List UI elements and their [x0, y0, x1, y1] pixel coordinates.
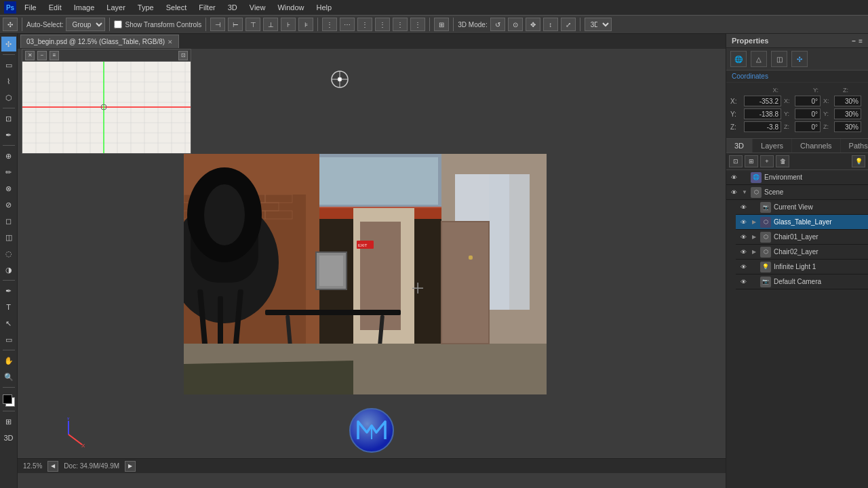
- grid-close-btn[interactable]: ✕: [25, 51, 35, 60]
- tab-close-btn[interactable]: ✕: [167, 39, 173, 45]
- menu-select[interactable]: Select: [161, 2, 193, 13]
- menu-image[interactable]: Image: [68, 2, 100, 13]
- dist-bottom-btn[interactable]: ⋮: [410, 18, 425, 31]
- visibility-icon-view[interactable]: 👁: [738, 203, 748, 212]
- layer-item-chair01[interactable]: 👁 ▶ ⬡ Chair01_Layer: [736, 230, 868, 245]
- tab-3d[interactable]: 3D: [726, 139, 753, 152]
- gradient-tool[interactable]: ◫: [1, 230, 16, 245]
- align-right-btn[interactable]: ⊤: [245, 18, 260, 31]
- layer-item-environment[interactable]: 👁 🌐 Environment: [726, 170, 868, 185]
- layer-item-default-camera[interactable]: 👁 📷 Default Camera: [736, 274, 868, 289]
- scene-view[interactable]: EXIT: [184, 154, 547, 394]
- dist-middle-btn[interactable]: ⋮: [393, 18, 408, 31]
- marquee-tool[interactable]: ▭: [1, 58, 16, 73]
- x-scale-input[interactable]: [834, 96, 861, 106]
- coord-icon-mesh[interactable]: △: [751, 51, 767, 67]
- move-tool[interactable]: ✣: [1, 37, 16, 52]
- eyedropper-tool[interactable]: ✒: [1, 127, 16, 142]
- auto-select-dropdown[interactable]: Group Layer: [66, 18, 105, 31]
- dist-left-btn[interactable]: ⋮: [322, 18, 337, 31]
- align-bottom-btn[interactable]: ⊧: [298, 18, 313, 31]
- visibility-icon-scene[interactable]: 👁: [729, 188, 738, 197]
- grid-minimize-btn[interactable]: −: [37, 51, 47, 60]
- dodge-tool[interactable]: ◑: [1, 262, 16, 277]
- layer-item-glass-table[interactable]: 👁 ▶ ⬡ Glass_Table_Layer: [736, 215, 868, 230]
- coord-icon-coords[interactable]: ✣: [791, 51, 808, 67]
- menu-layer[interactable]: Layer: [101, 2, 131, 13]
- y-position-input[interactable]: [744, 108, 781, 119]
- new-layer-btn[interactable]: +: [760, 155, 774, 167]
- 3d-scale-btn[interactable]: ⤢: [561, 18, 576, 31]
- clone-stamp-tool[interactable]: ⊗: [1, 181, 16, 196]
- layer-item-infinite-light[interactable]: 👁 💡 Infinite Light 1: [736, 260, 868, 274]
- grid-expand-btn[interactable]: ⊡: [178, 51, 188, 60]
- grid-menu-btn[interactable]: ≡: [50, 51, 59, 60]
- 3d-mode-tool[interactable]: 3D: [1, 430, 16, 445]
- coordinates-tab[interactable]: Coordinates: [726, 70, 868, 83]
- z-position-input[interactable]: [744, 121, 781, 132]
- next-btn[interactable]: ▶: [125, 461, 136, 472]
- canvas-area[interactable]: 03_begin.psd @ 12.5% (Glass_Table, RGB/8…: [18, 34, 726, 488]
- eraser-tool[interactable]: ◻: [1, 214, 16, 228]
- coord-icon-env[interactable]: 🌐: [730, 51, 747, 67]
- filter-btn[interactable]: ⊡: [729, 155, 743, 167]
- tab-layers[interactable]: Layers: [753, 139, 792, 152]
- 3d-pan-btn[interactable]: ✥: [526, 18, 540, 31]
- lasso-tool[interactable]: ⌇: [1, 74, 16, 89]
- menu-edit[interactable]: Edit: [43, 2, 67, 13]
- screen-mode-btn[interactable]: ⊞: [1, 414, 16, 429]
- color-swatches[interactable]: [1, 393, 16, 408]
- properties-menu-btn[interactable]: ≡: [859, 37, 863, 45]
- blur-tool[interactable]: ◌: [1, 246, 16, 261]
- healing-brush-tool[interactable]: ⊕: [1, 148, 16, 163]
- align-center-h-btn[interactable]: ⊢: [228, 18, 243, 31]
- align-center-v-btn[interactable]: ⊦: [281, 18, 296, 31]
- compass-icon[interactable]: [330, 69, 350, 89]
- tab-paths[interactable]: Paths: [841, 139, 868, 152]
- document-tab[interactable]: 03_begin.psd @ 12.5% (Glass_Table, RGB/8…: [20, 35, 179, 48]
- expand-chair01[interactable]: ▶: [751, 232, 757, 242]
- tab-channels[interactable]: Channels: [792, 139, 840, 152]
- menu-filter[interactable]: Filter: [193, 2, 220, 13]
- expand-chair02[interactable]: ▶: [751, 247, 757, 257]
- menu-type[interactable]: Type: [132, 2, 159, 13]
- move-tool-btn[interactable]: ✣: [3, 18, 18, 31]
- properties-collapse-btn[interactable]: −: [852, 37, 856, 45]
- layer-item-current-view[interactable]: 👁 📷 Current View: [736, 200, 868, 215]
- light-btn[interactable]: 💡: [852, 155, 865, 167]
- layer-item-scene[interactable]: 👁 ▼ ⬡ Scene: [726, 185, 868, 200]
- crop-tool[interactable]: ⊡: [1, 111, 16, 126]
- 3d-mode-dropdown[interactable]: 3D: [585, 18, 612, 31]
- delete-btn[interactable]: 🗑: [776, 155, 789, 167]
- dist-center-btn[interactable]: ⋯: [340, 18, 355, 31]
- menu-3d[interactable]: 3D: [222, 2, 243, 13]
- layer-item-chair02[interactable]: 👁 ▶ ⬡ Chair02_Layer: [736, 245, 868, 260]
- x-position-input[interactable]: [744, 96, 781, 106]
- history-brush-tool[interactable]: ⊘: [1, 197, 16, 212]
- coord-icon-deform[interactable]: ◫: [771, 51, 787, 67]
- visibility-icon-env[interactable]: 👁: [729, 173, 738, 182]
- visibility-icon-camera[interactable]: 👁: [738, 277, 748, 287]
- menu-window[interactable]: Window: [272, 2, 309, 13]
- z-scale-input[interactable]: [834, 121, 861, 132]
- menu-view[interactable]: View: [244, 2, 271, 13]
- y-rotation-input[interactable]: [795, 108, 821, 119]
- align-top-btn[interactable]: ⊥: [263, 18, 278, 31]
- type-tool[interactable]: T: [1, 300, 16, 314]
- brush-tool[interactable]: ✏: [1, 165, 16, 180]
- 3d-slide-btn[interactable]: ↕: [543, 18, 558, 31]
- menu-file[interactable]: File: [19, 2, 42, 13]
- dist-right-btn[interactable]: ⋮: [357, 18, 372, 31]
- path-select-tool[interactable]: ↖: [1, 316, 16, 331]
- 3d-roll-btn[interactable]: ⊙: [508, 18, 523, 31]
- z-rotation-input[interactable]: [795, 121, 821, 132]
- visibility-icon-glass[interactable]: 👁: [738, 218, 748, 227]
- viewport[interactable]: ✕ − ≡ ⊡: [18, 49, 726, 473]
- 3d-rotate-btn[interactable]: ↺: [490, 18, 505, 31]
- prev-btn[interactable]: ◀: [47, 461, 58, 472]
- visibility-icon-light[interactable]: 👁: [738, 262, 748, 272]
- visibility-icon-chair02[interactable]: 👁: [738, 247, 748, 257]
- align-left-btn[interactable]: ⊣: [210, 18, 225, 31]
- show-transform-checkbox[interactable]: [114, 20, 122, 28]
- x-rotation-input[interactable]: [795, 96, 821, 106]
